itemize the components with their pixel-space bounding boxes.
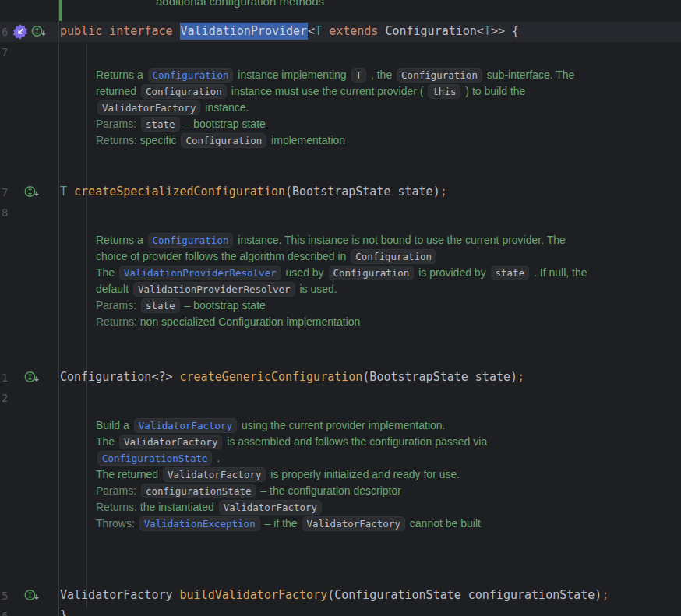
doc-text: is used. [297, 283, 337, 295]
doc-code-chip: state [141, 117, 180, 132]
doc-paragraph: The returned ValidatorFactory is properl… [96, 466, 595, 483]
doc-text: implementation [268, 134, 345, 146]
code-line-create-generic-configuration[interactable]: Configuration<?> createGenericConfigurat… [60, 370, 524, 385]
doc-code-chip: Configuration [181, 133, 266, 148]
doc-text: using the current provider implementatio… [238, 419, 445, 431]
doc-code-chip: ValidatorFactory [219, 500, 322, 515]
vcs-added-change-marker[interactable] [59, 0, 62, 21]
doc-text: is provided by [415, 266, 489, 279]
doc-returns-line: Returns: the instantiated ValidatorFacto… [96, 499, 595, 516]
code-token: (ConfigurationState configurationState) [327, 588, 602, 602]
doc-code-chip: Configuration [329, 266, 415, 280]
doc-section-label: Returns: [96, 501, 140, 513]
doc-text: non specialized Configuration implementa… [140, 315, 361, 328]
code-token: createSpecializedConfiguration [74, 185, 285, 199]
code-token: } [60, 608, 67, 616]
doc-code-chip: state [491, 266, 530, 280]
code-token: >> { [491, 24, 519, 38]
doc-section-label: Params: [96, 484, 139, 497]
code-token: ; [440, 185, 447, 199]
doc-link-chip[interactable]: ConfigurationState [97, 451, 212, 466]
doc-returns-line: Returns: specific Configuration implemen… [96, 132, 595, 149]
line-number[interactable]: 7 [2, 186, 19, 199]
doc-text: – if the [262, 517, 301, 530]
doc-link-chip[interactable]: Configuration [148, 233, 234, 248]
code-token: buildValidatorFactory [180, 588, 328, 602]
doc-code-chip: Configuration [141, 84, 227, 99]
doc-text: used by [283, 266, 327, 279]
doc-text: – bootstrap state [182, 299, 266, 312]
doc-paragraph: The ValidationProviderResolver used by C… [96, 265, 595, 297]
doc-code-chip: ValidatorFactory [302, 516, 405, 531]
doc-code-chip: ValidatorFactory [119, 435, 222, 449]
code-token: Configuration [385, 24, 476, 38]
doc-text: The [96, 435, 118, 448]
code-token: public interface [60, 24, 180, 38]
code-line-build-validator-factory[interactable]: ValidatorFactory buildValidatorFactory(C… [60, 588, 609, 603]
doc-paragraph: The ValidatorFactory is assembled and fo… [96, 434, 595, 466]
doc-link-chip[interactable]: ValidationException [139, 516, 260, 531]
doc-link-chip[interactable]: ValidationProviderResolver [119, 266, 281, 280]
doc-code-chip: configurationState [141, 484, 256, 498]
doc-throws-line: Throws: ValidationException – if the Val… [96, 516, 595, 532]
doc-text: Returns a [96, 69, 146, 81]
code-token: ValidatorFactory [60, 588, 180, 602]
code-token: < [308, 24, 315, 38]
code-editor[interactable]: additional configuration methods 6 7 7 8… [0, 0, 681, 616]
doc-text: – bootstrap state [182, 118, 266, 130]
code-token: < [477, 24, 484, 38]
star-badge-icon[interactable] [12, 23, 29, 44]
doc-text: cannot be built [407, 517, 481, 530]
code-line-interface-declaration[interactable]: public interface ValidationProvider<T ex… [60, 24, 519, 39]
doc-text: ) to build the [462, 85, 525, 97]
doc-code-chip: ValidatorFactory [97, 100, 200, 115]
code-token: (BootstrapState state) [362, 370, 517, 384]
doc-code-chip: Configuration [351, 249, 436, 264]
line-number[interactable]: 6 [2, 610, 19, 616]
rendered-javadoc-block-1: Returns a Configuration instance impleme… [96, 67, 595, 149]
doc-section-label: Throws: [96, 517, 138, 530]
doc-section-label: Returns: [96, 315, 140, 328]
line-number[interactable]: 8 [2, 206, 19, 219]
doc-link-chip[interactable]: Configuration [148, 68, 234, 83]
line-number[interactable]: 5 [2, 590, 19, 602]
doc-text: instance. [202, 101, 249, 114]
doc-text: is assembled and follows the configurati… [224, 435, 487, 448]
doc-text: Build a [96, 419, 132, 431]
line-number[interactable]: 2 [2, 392, 19, 404]
code-token [67, 185, 74, 199]
gutter-separator [58, 0, 59, 616]
implemented-by-icon[interactable] [24, 185, 41, 202]
doc-code-chip: this [428, 84, 460, 99]
doc-text: , the [368, 69, 395, 81]
doc-text: instance implementing [235, 69, 349, 81]
line-number[interactable]: 7 [2, 46, 19, 58]
doc-text: is properly initialized and ready for us… [267, 468, 460, 480]
code-token: T [60, 185, 67, 199]
code-line-create-specialized-configuration[interactable]: T createSpecializedConfiguration(Bootstr… [60, 185, 447, 199]
code-line-close-brace[interactable]: } [60, 608, 67, 616]
implemented-by-icon[interactable] [31, 25, 48, 41]
doc-text: specific [140, 134, 180, 146]
doc-section-label: Returns: [96, 134, 140, 146]
implemented-by-icon[interactable] [24, 589, 41, 605]
rendered-javadoc-block-2: Returns a Configuration instance. This i… [96, 232, 595, 330]
doc-text: instance must use the current provider ( [228, 85, 426, 97]
rendered-javadoc-block-3: Build a ValidatorFactory using the curre… [96, 417, 595, 532]
line-number[interactable]: 1 [2, 371, 19, 384]
doc-code-chip: ValidationProviderResolver [133, 282, 295, 297]
doc-returns-line: Returns: non specialized Configuration i… [96, 314, 595, 330]
code-token: createGenericConfiguration [180, 370, 363, 384]
code-token: T [315, 24, 322, 38]
doc-paragraph: Returns a Configuration instance. This i… [96, 232, 595, 265]
doc-section-label: Params: [96, 299, 139, 312]
code-token: extends [329, 24, 378, 38]
implemented-by-icon[interactable] [24, 371, 41, 387]
doc-link-chip[interactable]: ValidatorFactory [134, 418, 237, 433]
code-token: T [484, 24, 491, 38]
doc-text: . [213, 452, 220, 464]
doc-code-chip: T [351, 68, 367, 83]
doc-text: the instantiated [140, 501, 217, 513]
doc-text: The [96, 266, 118, 279]
indent-guide-line [86, 43, 87, 608]
